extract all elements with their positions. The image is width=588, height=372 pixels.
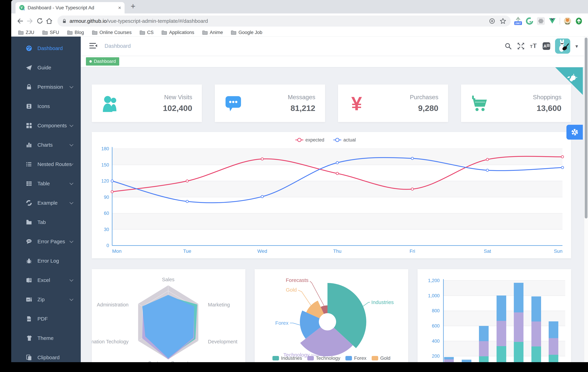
bookmark-anime[interactable]: Anime bbox=[202, 30, 223, 35]
legend-item-expected[interactable]: expected bbox=[295, 137, 324, 142]
plus-circle-icon[interactable] bbox=[489, 18, 495, 24]
chevron-down-icon bbox=[70, 142, 74, 147]
svg-text:Gold: Gold bbox=[286, 287, 297, 293]
svg-text:Tue: Tue bbox=[183, 248, 191, 254]
translate-icon[interactable]: A bbox=[542, 42, 551, 50]
pie-chart: IndustriesTechnologyForexGoldForecasts bbox=[255, 269, 408, 362]
fullscreen-icon[interactable] bbox=[517, 42, 525, 50]
sidebar-item-label: Error Log bbox=[37, 258, 59, 264]
sidebar-item-tab[interactable]: Tab bbox=[11, 213, 81, 232]
bookmark-online-courses[interactable]: Online Courses bbox=[92, 30, 132, 35]
chevron-down-icon bbox=[70, 123, 74, 127]
sidebar-item-label: Zip bbox=[37, 297, 45, 302]
bar-chart-card: 1,2001,000800600400200 bbox=[418, 269, 571, 362]
bookmark-sfu[interactable]: SFU bbox=[42, 30, 59, 35]
legend-item-actual[interactable]: actual bbox=[333, 137, 356, 142]
sidebar-item-theme[interactable]: Theme bbox=[11, 329, 81, 348]
bookmark-zju[interactable]: ZJU bbox=[18, 30, 34, 35]
folder-icon bbox=[140, 30, 145, 35]
chevron-down-icon bbox=[70, 239, 74, 243]
sidebar-item-clipboard[interactable]: Clipboard bbox=[11, 348, 81, 362]
tab-close-icon[interactable]: × bbox=[118, 5, 121, 11]
home-icon[interactable] bbox=[44, 16, 54, 26]
pie-legend-item-technology[interactable]: Technology bbox=[307, 355, 340, 361]
address-bar[interactable]: armour.github.io/vue-typescript-admin-te… bbox=[57, 16, 511, 27]
svg-text:120: 120 bbox=[101, 178, 109, 184]
extension-badge-icon[interactable]: 2987 bbox=[514, 16, 522, 26]
pie-legend-item-gold[interactable]: Gold bbox=[372, 355, 390, 361]
folder-icon bbox=[67, 30, 73, 35]
sidebar-item-error-log[interactable]: Error Log bbox=[11, 251, 81, 271]
sidebar-item-nested-routes[interactable]: Nested Routes bbox=[11, 155, 81, 174]
pie-legend-item-forex[interactable]: Forex bbox=[346, 355, 367, 361]
nested-icon bbox=[26, 161, 32, 168]
extension-green-icon[interactable] bbox=[525, 16, 534, 26]
tag-dashboard[interactable]: Dashboard bbox=[86, 57, 119, 65]
sidebar-item-label: Permission bbox=[37, 84, 63, 90]
user-avatar[interactable] bbox=[555, 39, 570, 54]
profile-avatar[interactable] bbox=[564, 16, 571, 26]
search-icon[interactable] bbox=[504, 42, 512, 50]
sidebar-item-dashboard[interactable]: Dashboard bbox=[11, 39, 81, 58]
svg-text:0: 0 bbox=[106, 243, 109, 248]
svg-text:PDF: PDF bbox=[27, 319, 31, 320]
sidebar-item-error-pages[interactable]: 404Error Pages bbox=[11, 232, 81, 251]
svg-text:150: 150 bbox=[101, 162, 109, 168]
chevron-down-icon[interactable]: ▾ bbox=[575, 43, 578, 49]
sidebar-item-zip[interactable]: ZIPZip bbox=[11, 290, 81, 309]
legend-label: Industries bbox=[281, 355, 302, 361]
svg-text:400: 400 bbox=[432, 339, 440, 344]
example-icon bbox=[26, 200, 32, 206]
forward-icon[interactable] bbox=[25, 16, 35, 26]
sidebar-item-pdf[interactable]: PDFPDF bbox=[11, 309, 81, 329]
bookmark-cs[interactable]: CS bbox=[140, 30, 154, 35]
sidebar-item-table[interactable]: Table bbox=[11, 174, 81, 193]
settings-panel-button[interactable] bbox=[567, 125, 583, 139]
bookmark-applications[interactable]: Applications bbox=[161, 30, 194, 35]
svg-text:Development: Development bbox=[208, 339, 237, 344]
tab-icon bbox=[26, 219, 32, 225]
svg-text:404: 404 bbox=[27, 240, 31, 242]
sidebar-item-example[interactable]: Example bbox=[11, 193, 81, 213]
gear-icon bbox=[570, 128, 579, 137]
scrollbar-thumb[interactable] bbox=[585, 38, 588, 218]
stat-card-purchases[interactable]: ¥Purchases9,280 bbox=[338, 85, 448, 122]
scrollbar-track[interactable] bbox=[584, 37, 588, 362]
svg-text:V: V bbox=[21, 6, 23, 9]
legend-label: Technology bbox=[316, 355, 340, 361]
chrome-update-icon[interactable] bbox=[575, 16, 583, 26]
pie-legend-item-industries[interactable]: Industries bbox=[273, 355, 302, 361]
github-corner-ribbon[interactable] bbox=[555, 67, 583, 95]
bookmark-blog[interactable]: Blog bbox=[67, 30, 84, 35]
sidebar-item-excel[interactable]: Excel bbox=[11, 271, 81, 290]
svg-text:Industries: Industries bbox=[371, 299, 394, 305]
extension-react-icon[interactable] bbox=[537, 16, 545, 26]
money-icon: ¥ bbox=[347, 94, 366, 113]
app-root: DashboardGuidePermissionIconsComponentsC… bbox=[11, 37, 588, 362]
sidebar-item-components[interactable]: Components bbox=[11, 116, 81, 135]
stat-card-messages[interactable]: Messages81,212 bbox=[215, 85, 325, 122]
stat-card-new-visits[interactable]: New Visits102,400 bbox=[92, 85, 202, 122]
browser-tab[interactable]: VTS Dashboard - Vue Typescript Ad × bbox=[16, 2, 125, 13]
svg-text:A: A bbox=[544, 44, 546, 48]
svg-text:actual: actual bbox=[343, 137, 356, 142]
stat-card-shoppings[interactable]: Shoppings13,600 bbox=[461, 85, 571, 122]
bookmark-star-icon[interactable] bbox=[499, 17, 506, 25]
back-icon[interactable] bbox=[15, 16, 25, 26]
new-tab-button[interactable]: + bbox=[131, 1, 136, 11]
bookmark-google-job[interactable]: Google Job bbox=[231, 30, 262, 35]
text-size-icon[interactable]: TT bbox=[529, 42, 538, 50]
url-host: armour.github.io bbox=[70, 18, 107, 24]
sidebar-item-icons[interactable]: Icons bbox=[11, 97, 81, 116]
sidebar-item-permission[interactable]: Permission bbox=[11, 77, 81, 97]
svg-text:Sales: Sales bbox=[162, 277, 175, 282]
svg-text:Forecasts: Forecasts bbox=[286, 277, 308, 283]
sidebar-item-guide[interactable]: Guide bbox=[11, 58, 81, 77]
hamburger-icon[interactable] bbox=[89, 43, 97, 50]
bar-chart: 1,2001,000800600400200 bbox=[418, 269, 571, 362]
reload-icon[interactable] bbox=[35, 16, 44, 26]
extension-vue-icon[interactable] bbox=[548, 16, 556, 26]
sidebar-item-charts[interactable]: Charts bbox=[11, 135, 81, 155]
pdf-icon: PDF bbox=[26, 316, 32, 322]
legend-swatch bbox=[372, 356, 378, 361]
